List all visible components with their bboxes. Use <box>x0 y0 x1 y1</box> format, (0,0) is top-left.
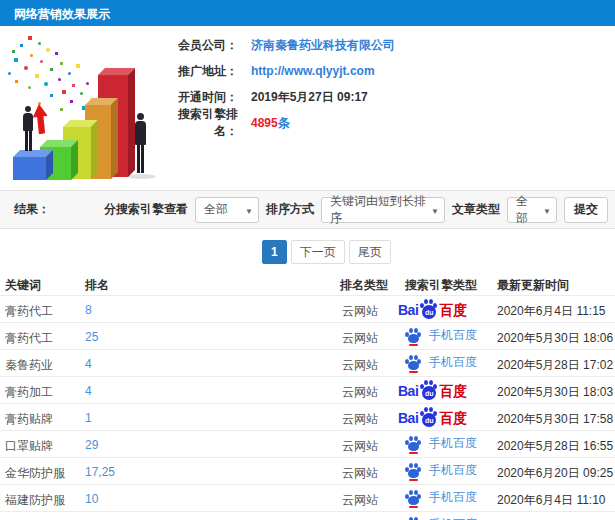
rank-type-cell: 云网站 <box>342 411 378 428</box>
sort-value: 关键词由短到长排序 <box>330 193 426 227</box>
engine-filter-label: 分搜索引擎查看 <box>104 201 188 218</box>
opened-value: 2019年5月27日 09:17 <box>251 89 368 106</box>
keyword-cell: 福建防护服 <box>5 492 65 509</box>
rank-count-unit: 条 <box>278 116 290 130</box>
mobile-baidu-paw-icon <box>405 436 421 452</box>
table-row[interactable]: 秦鲁药业 4 云网站 手机百度 2020年5月28日 17:02 <box>0 350 615 377</box>
engine-cell: Bai du 百度 <box>397 380 492 402</box>
baidu-logo: Bai du 百度 <box>398 299 467 319</box>
rank-cell[interactable]: 17,25 <box>85 465 115 479</box>
engine-cell: 手机百度 <box>397 461 492 483</box>
rank-type-cell: 云网站 <box>342 357 378 374</box>
company-link[interactable]: 济南秦鲁药业科技有限公司 <box>251 37 395 54</box>
table-row[interactable]: 福建防护服 10 云网站 手机百度 2020年6月4日 11:10 <box>0 485 615 512</box>
chevron-down-icon: ▼ <box>245 207 253 216</box>
results-table: 关键词 排名 排名类型 搜索引擎类型 最新更新时间 膏药代工 8 云网站 Bai… <box>0 272 615 520</box>
engine-filter-select[interactable]: 全部 ▼ <box>195 197 259 223</box>
chevron-down-icon: ▼ <box>431 207 439 216</box>
updated-cell: 2020年5月28日 16:55 <box>497 438 613 455</box>
rank-cell[interactable]: 25 <box>85 330 98 344</box>
updated-cell: 2020年6月20日 09:25 <box>497 465 613 482</box>
rank-cell[interactable]: 8 <box>85 303 92 317</box>
col-keyword: 关键词 <box>5 277 41 294</box>
table-row[interactable]: 膏药代工 25 云网站 手机百度 2020年5月30日 18:06 <box>0 323 615 350</box>
updated-cell: 2020年6月4日 11:15 <box>497 303 606 320</box>
rank-cell[interactable]: 4 <box>85 384 92 398</box>
rank-count-value: 4895 <box>251 116 278 130</box>
opened-label: 开通时间： <box>163 89 238 106</box>
col-rank-type: 排名类型 <box>340 277 388 294</box>
chevron-down-icon: ▼ <box>543 207 551 216</box>
col-rank: 排名 <box>85 277 109 294</box>
rank-cell[interactable]: 10 <box>85 492 98 506</box>
table-row[interactable]: 膏药贴牌 1 云网站 Bai du 百度 2020年5月30日 17:58 <box>0 404 615 431</box>
sort-select[interactable]: 关键词由短到长排序 ▼ <box>321 197 445 223</box>
table-row[interactable]: 膏药加工 4 云网站 Bai du 百度 2020年5月30日 18:03 <box>0 377 615 404</box>
article-type-select[interactable]: 全部 ▼ <box>507 197 557 223</box>
baidu-paw-icon: du <box>419 299 438 319</box>
col-updated: 最新更新时间 <box>497 277 569 294</box>
keyword-cell: 膏药代工 <box>5 330 53 347</box>
engine-cell: 手机百度 <box>397 488 492 510</box>
updated-cell: 2020年5月30日 18:03 <box>497 384 613 401</box>
site-link[interactable]: http://www.qlyyjt.com <box>251 64 375 78</box>
article-type-label: 文章类型 <box>452 201 500 218</box>
rank-type-cell: 云网站 <box>342 330 378 347</box>
rank-count-label: 搜索引擎排名： <box>163 106 238 140</box>
rank-cell[interactable]: 1 <box>85 411 92 425</box>
engine-cell: 手机百度 <box>397 434 492 456</box>
submit-button[interactable]: 提交 <box>564 197 608 223</box>
mobile-baidu-paw-icon <box>405 463 421 479</box>
mobile-baidu-logo: 手机百度 <box>405 516 477 520</box>
keyword-cell: 秦鲁药业 <box>5 357 53 374</box>
baidu-paw-icon: du <box>419 407 438 427</box>
engine-cell: Bai du 百度 <box>397 299 492 321</box>
header-bar: 网络营销效果展示 <box>0 0 615 26</box>
last-page-button[interactable]: 尾页 <box>349 240 391 264</box>
keyword-cell: 膏药加工 <box>5 384 53 401</box>
mobile-baidu-logo: 手机百度 <box>405 354 477 371</box>
rank-count-row: 搜索引擎排名： 4895条 <box>163 110 395 136</box>
businessman-right <box>133 113 148 173</box>
businessman-left <box>21 106 35 151</box>
sort-label: 排序方式 <box>266 201 314 218</box>
updated-cell: 2020年5月28日 17:02 <box>497 357 613 374</box>
page-title: 网络营销效果展示 <box>0 0 110 23</box>
mobile-baidu-logo: 手机百度 <box>405 435 477 452</box>
mobile-baidu-logo: 手机百度 <box>405 462 477 479</box>
engine-cell: 手机百度 <box>397 353 492 375</box>
mobile-baidu-paw-icon <box>405 355 421 371</box>
rank-type-cell: 云网站 <box>342 384 378 401</box>
engine-filter-value: 全部 <box>204 201 228 218</box>
table-row[interactable]: 膏药代工 8 云网站 Bai du 百度 2020年6月4日 11:15 <box>0 296 615 323</box>
rank-type-cell: 云网站 <box>342 492 378 509</box>
pagination: 1 下一页 尾页 <box>262 240 391 264</box>
engine-cell: 手机百度 <box>397 326 492 348</box>
rank-cell[interactable]: 29 <box>85 438 98 452</box>
filter-bar: 结果： 分搜索引擎查看 全部 ▼ 排序方式 关键词由短到长排序 ▼ 文章类型 全… <box>0 190 615 229</box>
rank-cell[interactable]: 4 <box>85 357 92 371</box>
updated-cell: 2020年6月4日 11:10 <box>497 492 606 509</box>
company-info: 会员公司： 济南秦鲁药业科技有限公司 推广地址： http://www.qlyy… <box>163 32 395 136</box>
next-page-button[interactable]: 下一页 <box>291 240 345 264</box>
mobile-baidu-paw-icon <box>405 328 421 344</box>
page-1-button[interactable]: 1 <box>262 240 287 264</box>
site-row: 推广地址： http://www.qlyyjt.com <box>163 58 395 84</box>
table-row[interactable]: 手机百度 <box>0 512 615 520</box>
article-type-value: 全部 <box>516 193 538 227</box>
updated-cell: 2020年5月30日 17:58 <box>497 411 613 428</box>
updated-cell: 2020年5月30日 18:06 <box>497 330 613 347</box>
baidu-logo: Bai du 百度 <box>398 407 467 427</box>
mobile-baidu-logo: 手机百度 <box>405 489 477 506</box>
table-row[interactable]: 金华防护服 17,25 云网站 手机百度 2020年6月20日 09:25 <box>0 458 615 485</box>
rank-type-cell: 云网站 <box>342 465 378 482</box>
keyword-cell: 金华防护服 <box>5 465 65 482</box>
site-label: 推广地址： <box>163 63 238 80</box>
keyword-cell: 口罩贴牌 <box>5 438 53 455</box>
company-row: 会员公司： 济南秦鲁药业科技有限公司 <box>163 32 395 58</box>
keyword-cell: 膏药贴牌 <box>5 411 53 428</box>
table-row[interactable]: 口罩贴牌 29 云网站 手机百度 2020年5月28日 16:55 <box>0 431 615 458</box>
mobile-baidu-paw-icon <box>405 517 421 520</box>
bar-blue <box>13 150 53 180</box>
result-label: 结果： <box>14 201 50 218</box>
